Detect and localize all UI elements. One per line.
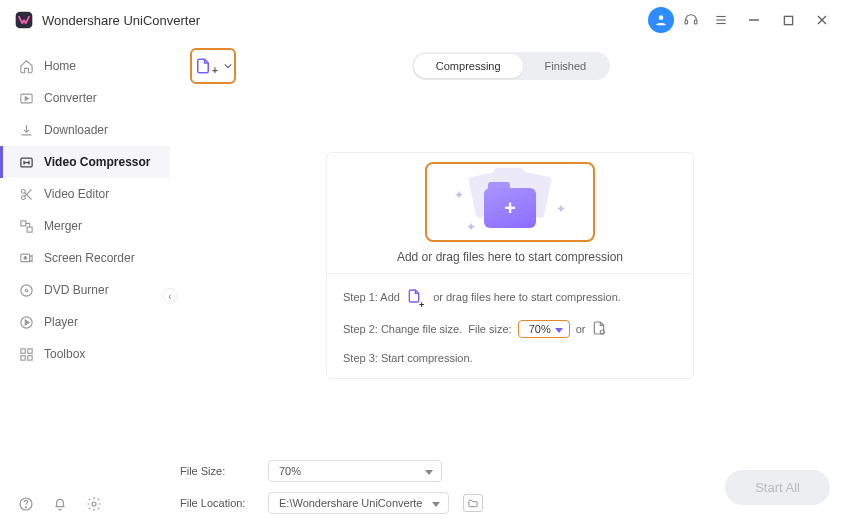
minimize-button[interactable] <box>740 6 768 34</box>
svg-rect-25 <box>27 355 31 359</box>
svg-rect-3 <box>694 20 697 24</box>
title-bar: Wondershare UniConverter <box>0 0 850 40</box>
support-icon[interactable] <box>678 7 704 33</box>
compressor-icon <box>18 155 34 170</box>
sidebar-item-home[interactable]: Home <box>0 50 170 82</box>
svg-point-1 <box>659 15 664 20</box>
svg-point-19 <box>20 284 31 295</box>
svg-rect-24 <box>20 355 24 359</box>
file-add-icon: + <box>406 288 427 306</box>
sidebar-item-video-compressor[interactable]: Video Compressor <box>0 146 170 178</box>
sidebar-item-downloader[interactable]: Downloader <box>0 114 170 146</box>
svg-rect-8 <box>784 16 792 24</box>
menu-icon[interactable] <box>708 7 734 33</box>
svg-rect-2 <box>685 20 688 24</box>
dvd-icon <box>18 283 34 298</box>
sidebar-footer <box>0 484 170 528</box>
svg-point-29 <box>601 330 605 334</box>
content-area: + Compressing Finished + ✦✦✦ <box>170 40 850 528</box>
close-button[interactable] <box>808 6 836 34</box>
tabs: Compressing Finished <box>412 52 610 80</box>
settings-icon[interactable] <box>86 496 102 516</box>
svg-rect-16 <box>27 227 32 232</box>
merger-icon <box>18 219 34 234</box>
svg-point-18 <box>24 256 27 259</box>
step2-size-select[interactable]: 70% <box>518 320 570 338</box>
sidebar-item-label: Video Compressor <box>44 155 150 169</box>
file-size-label: File Size: <box>180 465 254 477</box>
recorder-icon <box>18 251 34 266</box>
app-logo-icon <box>14 10 34 30</box>
step-1: Step 1: Add + or drag files here to star… <box>343 288 677 306</box>
bottom-bar: File Size: 70% File Location: E:\Wonders… <box>180 460 830 514</box>
sidebar-item-label: DVD Burner <box>44 283 109 297</box>
browse-folder-button[interactable] <box>463 494 483 512</box>
drop-zone[interactable]: + ✦✦✦ <box>425 162 595 242</box>
advanced-settings-icon[interactable] <box>591 320 607 338</box>
step-2: Step 2: Change file size. File size: 70%… <box>343 320 677 338</box>
svg-point-20 <box>25 289 28 292</box>
sidebar-item-toolbox[interactable]: Toolbox <box>0 338 170 370</box>
drop-card: + ✦✦✦ Add or drag files here to start co… <box>326 152 694 379</box>
sidebar-item-label: Player <box>44 315 78 329</box>
sidebar-item-screen-recorder[interactable]: Screen Recorder <box>0 242 170 274</box>
app-title: Wondershare UniConverter <box>42 13 200 28</box>
sidebar-item-merger[interactable]: Merger <box>0 210 170 242</box>
toolbox-icon <box>18 347 34 362</box>
notification-icon[interactable] <box>52 496 68 516</box>
maximize-button[interactable] <box>774 6 802 34</box>
folder-add-icon: + ✦✦✦ <box>468 172 552 232</box>
file-size-select[interactable]: 70% <box>268 460 442 482</box>
sidebar-item-converter[interactable]: Converter <box>0 82 170 114</box>
file-location-select[interactable]: E:\Wondershare UniConverte <box>268 492 449 514</box>
help-icon[interactable] <box>18 496 34 516</box>
svg-rect-22 <box>20 348 24 352</box>
sidebar-item-player[interactable]: Player <box>0 306 170 338</box>
downloader-icon <box>18 123 34 138</box>
drop-caption: Add or drag files here to start compress… <box>397 250 623 264</box>
tab-finished[interactable]: Finished <box>523 54 609 78</box>
svg-point-27 <box>25 507 26 508</box>
sidebar-item-label: Downloader <box>44 123 108 137</box>
sidebar-item-label: Home <box>44 59 76 73</box>
home-icon <box>18 59 34 74</box>
file-location-label: File Location: <box>180 497 254 509</box>
add-file-button[interactable]: + <box>190 48 236 84</box>
tab-compressing[interactable]: Compressing <box>414 54 523 78</box>
sidebar-item-label: Screen Recorder <box>44 251 135 265</box>
sidebar-item-label: Merger <box>44 219 82 233</box>
step-3: Step 3: Start compression. <box>343 352 677 364</box>
sidebar-item-label: Converter <box>44 91 97 105</box>
editor-icon <box>18 187 34 202</box>
svg-rect-23 <box>27 348 31 352</box>
player-icon <box>18 315 34 330</box>
sidebar-item-label: Video Editor <box>44 187 109 201</box>
sidebar-item-video-editor[interactable]: Video Editor <box>0 178 170 210</box>
svg-point-28 <box>92 502 96 506</box>
sidebar-item-label: Toolbox <box>44 347 85 361</box>
account-icon[interactable] <box>648 7 674 33</box>
sidebar: Home Converter Downloader Video Compress… <box>0 40 170 528</box>
converter-icon <box>18 91 34 106</box>
svg-rect-15 <box>20 220 25 225</box>
sidebar-item-dvd-burner[interactable]: DVD Burner <box>0 274 170 306</box>
start-all-button[interactable]: Start All <box>725 470 830 505</box>
